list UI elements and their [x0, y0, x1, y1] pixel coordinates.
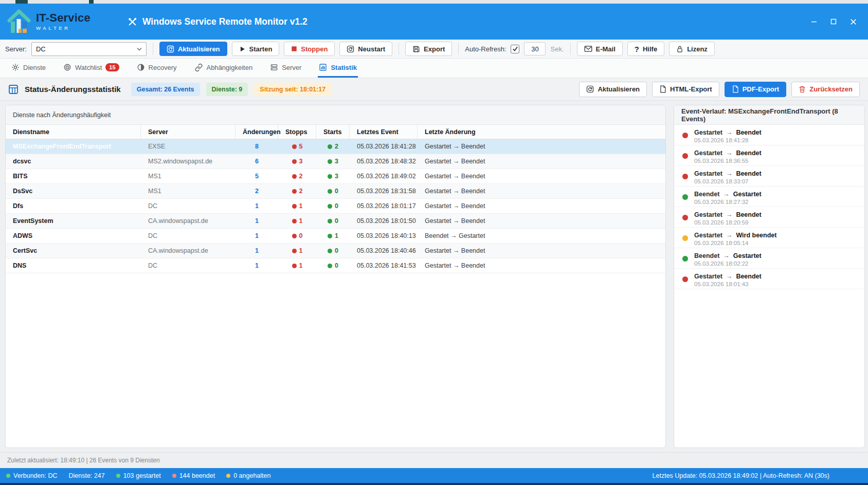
table-row[interactable]: DsSvc MS1 2 2 0 05.03.2026 18:31:58 Gest… [6, 184, 665, 199]
tab-watchlist[interactable]: Watchlist 15 [62, 59, 120, 78]
event-timestamp: 05.03.2026 18:27:32 [694, 199, 762, 205]
event-transition: Gestartet→Beendet [694, 129, 762, 136]
cell-letzte-aenderung: Gestartet → Beendet [418, 258, 665, 273]
export-button[interactable]: Export [405, 42, 452, 56]
cell-starts: 0 [316, 214, 350, 228]
email-button[interactable]: E-Mail [577, 42, 623, 56]
event-body: Beendet→Gestartet 05.03.2026 18:02:22 [694, 252, 762, 267]
table-row[interactable]: BITS MS1 5 2 3 05.03.2026 18:49:02 Gesta… [6, 169, 665, 184]
pdf-export-button[interactable]: PDF-Export [725, 82, 787, 97]
close-button[interactable] [845, 14, 861, 29]
tab-dienste[interactable]: Dienste [10, 59, 47, 78]
license-button[interactable]: Lizenz [669, 42, 715, 56]
event-timestamp: 05.03.2026 18:02:22 [694, 260, 762, 267]
interval-input[interactable] [524, 42, 546, 55]
table-row[interactable]: MSExchangeFrontEndTransport EXSE 8 5 2 0… [6, 139, 665, 154]
event-to-state: Beendet [736, 211, 761, 218]
table-row[interactable]: dcsvc MS2.windowspapst.de 6 3 3 05.03.20… [6, 154, 665, 169]
pdf-export-label: PDF-Export [743, 85, 780, 93]
column-header-aenderungen: Änderungen [236, 125, 278, 139]
table-row[interactable]: EventSystem CA.windowspapst.de 1 1 0 05.… [6, 214, 665, 229]
start-dot [328, 189, 332, 194]
cell-letztes-event: 05.03.2026 18:41:28 [350, 139, 418, 154]
event-from-state: Gestartet [694, 150, 722, 157]
column-header-letzte-aenderung: Letzte Änderung [418, 125, 665, 139]
tab-statistik[interactable]: Statistik [318, 59, 358, 78]
cell-stopps: 3 [278, 154, 316, 169]
stop-dot [292, 204, 297, 209]
cell-starts: 0 [316, 244, 350, 258]
stats-refresh-button[interactable]: Aktualisieren [579, 82, 647, 97]
cell-server: MS1 [141, 184, 236, 198]
server-select[interactable]: DC [31, 42, 147, 56]
statistics-actions: Aktualisieren HTML-Export PDF-Export [579, 82, 860, 97]
tab-abhaengigkeiten[interactable]: Abhängigkeiten [193, 59, 254, 78]
cell-stopps: 5 [278, 139, 316, 154]
stop-button[interactable]: Stoppen [284, 42, 335, 56]
cell-server: MS1 [141, 169, 236, 183]
start-dot [328, 234, 332, 238]
tab-server[interactable]: Server [269, 59, 302, 78]
html-export-button[interactable]: HTML-Export [652, 82, 719, 97]
table-row[interactable]: CertSvc CA.windowspapst.de 1 1 0 05.03.2… [6, 244, 665, 258]
restart-button-label: Neustart [358, 45, 385, 53]
event-status-dot [682, 194, 688, 200]
event-transition: Gestartet→Wird beendet [694, 232, 776, 239]
cell-dienstname: BITS [6, 169, 141, 183]
stop-dot [292, 189, 297, 194]
tab-recovery[interactable]: Recovery [136, 59, 178, 78]
help-button[interactable]: ? Hilfe [627, 42, 664, 56]
arrow-icon: → [726, 170, 733, 177]
event-timestamp: 05.03.2026 18:01:43 [694, 281, 762, 287]
stop-button-label: Stoppen [301, 45, 328, 53]
server-select-value: DC [36, 45, 46, 53]
event-timestamp: 05.03.2026 18:33:07 [694, 178, 762, 184]
event-transition: Gestartet→Beendet [694, 273, 762, 280]
cell-aenderungen: 8 [236, 139, 278, 154]
event-item: Gestartet→Wird beendet 05.03.2026 18:05:… [674, 228, 864, 248]
arrow-icon: → [726, 150, 733, 157]
reset-button[interactable]: Zurücksetzen [791, 82, 860, 97]
cell-aenderungen: 5 [236, 169, 278, 183]
event-status-dot [682, 256, 688, 262]
background-window-fragment [15, 0, 28, 4]
cell-starts: 0 [316, 258, 350, 273]
check-icon [512, 46, 518, 52]
event-transition: Gestartet→Beendet [694, 150, 762, 157]
cell-aenderungen: 1 [236, 214, 278, 228]
refresh-button[interactable]: Aktualisieren [159, 42, 227, 56]
question-mark-icon: ? [635, 45, 639, 53]
session-since-badge: Sitzung seit: 18:01:17 [254, 83, 331, 96]
table-row[interactable]: Dfs DC 1 1 0 05.03.2026 18:01:17 Gestart… [6, 199, 665, 214]
services-stopped: 144 beendet [172, 472, 215, 479]
cell-starts: 0 [316, 199, 350, 213]
stop-dot [292, 264, 297, 268]
cell-stopps: 1 [278, 214, 316, 228]
last-update-info: Letztes Update: 05.03.2026 18:49:02 | Au… [653, 472, 829, 479]
start-button[interactable]: Starten [232, 42, 280, 56]
cell-stopps: 1 [278, 199, 316, 213]
background-window-fragment [89, 0, 94, 4]
export-button-label: Export [424, 45, 445, 53]
arrow-icon: → [726, 211, 733, 218]
cell-server: MS2.windowspapst.de [141, 154, 236, 169]
restart-button[interactable]: Neustart [339, 42, 392, 56]
statistics-header: Status-Änderungsstatistik Gesamt: 26 Eve… [0, 78, 868, 101]
table-row[interactable]: ADWS DC 1 0 1 05.03.2026 18:40:13 Beende… [6, 229, 665, 244]
stopped-dot [172, 474, 176, 478]
table-row[interactable]: DNS DC 1 1 0 05.03.2026 18:41:53 Gestart… [6, 258, 665, 273]
start-dot [328, 249, 332, 253]
restart-icon [347, 45, 354, 53]
maximize-button[interactable] [826, 14, 841, 29]
starts-value: 2 [335, 143, 338, 150]
gear-icon [11, 63, 20, 71]
tab-label: Dienste [23, 64, 46, 71]
tab-label: Abhängigkeiten [207, 64, 253, 71]
watchlist-count-badge: 15 [105, 63, 119, 71]
auto-refresh-checkbox[interactable] [511, 45, 519, 53]
file-icon [659, 85, 666, 93]
event-transition: Gestartet→Beendet [694, 170, 762, 177]
event-item: Beendet→Gestartet 05.03.2026 18:27:32 [674, 186, 864, 207]
minimize-button[interactable] [806, 14, 822, 29]
arrow-icon: → [726, 232, 733, 239]
